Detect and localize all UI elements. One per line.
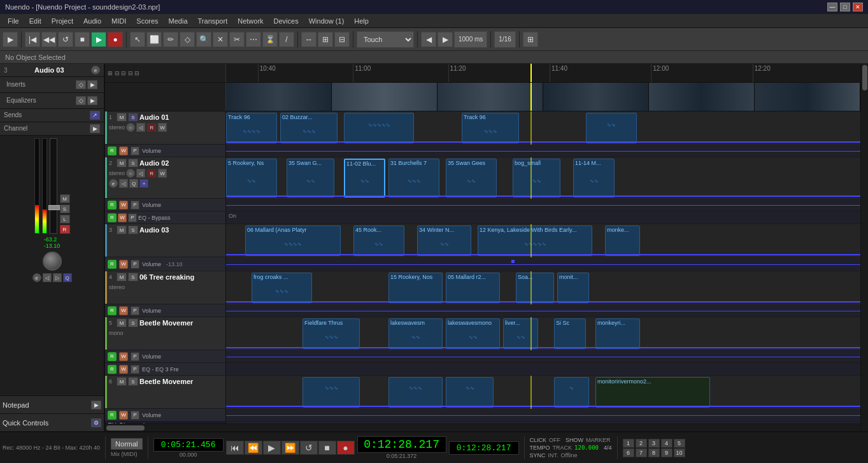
track-1-monitor-btn[interactable]: ○ <box>126 123 135 132</box>
t2-p-btn[interactable]: P <box>131 201 139 210</box>
maximize-button[interactable]: □ <box>840 3 850 11</box>
play-btn[interactable]: ▶ <box>263 441 281 455</box>
marker-9-btn[interactable]: 9 <box>661 448 672 457</box>
track-2-clip-1[interactable]: 5 Rookery, Ns ∿∿ <box>226 159 277 197</box>
track-2-solo[interactable]: S <box>128 159 138 167</box>
track-3-clip-3[interactable]: 34 Winter N... ∿∿ <box>417 225 471 256</box>
marker-8-btn[interactable]: 8 <box>648 448 660 457</box>
t2-r-btn[interactable]: R <box>108 201 117 210</box>
t5-w-btn[interactable]: W <box>119 352 128 361</box>
fader-thumb[interactable] <box>48 205 60 210</box>
marker-5-btn[interactable]: 5 <box>674 439 685 448</box>
play-icon[interactable]: ▶ <box>91 32 106 47</box>
track-3-clip-4[interactable]: 12 Kenya, Lakeside With Birds Early... ∿… <box>478 225 592 256</box>
track-1-clip-1[interactable]: Track 96 ∿∿∿∿ <box>226 113 277 143</box>
menu-audio[interactable]: Audio <box>78 16 106 26</box>
fast-backward-icon[interactable]: ◀◀ <box>41 32 57 47</box>
track-4-solo[interactable]: S <box>128 273 138 281</box>
mute-tool-icon[interactable]: ✕ <box>213 32 228 47</box>
track-2-rec[interactable]: R <box>146 169 157 178</box>
track-6-solo[interactable]: S <box>128 377 138 386</box>
record-icon[interactable]: ● <box>108 32 123 47</box>
nudge-right-icon[interactable]: ▶ <box>438 32 453 47</box>
marker-7-btn[interactable]: 7 <box>636 448 647 457</box>
menu-transport[interactable]: Transport <box>193 16 233 26</box>
track-4-clip-3[interactable]: 05 Mallard r2... <box>446 273 500 303</box>
track-5-clip-4[interactable]: liver... ∿∿ <box>503 318 538 349</box>
track-3-mute[interactable]: M <box>117 225 127 234</box>
eq-settings-icon[interactable]: ◇ <box>76 96 86 105</box>
erase-tool-icon[interactable]: ◇ <box>180 32 195 47</box>
track-3-clip-5[interactable]: monke... <box>605 225 640 256</box>
main-time-display[interactable]: 0:12:28.217 <box>357 436 446 453</box>
grid-icon[interactable]: ⊟ <box>334 32 350 47</box>
t4-w-btn[interactable]: W <box>119 306 128 315</box>
h-scroll-thumb[interactable] <box>106 425 145 431</box>
track-1-clip-3[interactable]: ∿∿∿∿∿ <box>344 113 414 143</box>
time-warp-icon[interactable]: ⌛ <box>262 32 278 47</box>
t5-eq-p-btn[interactable]: P <box>131 365 139 374</box>
menu-project[interactable]: Project <box>46 16 78 26</box>
close-button[interactable]: ✕ <box>853 3 863 11</box>
inserts-settings-icon[interactable]: ◇ <box>76 80 86 89</box>
rewind-btn[interactable]: ⏮ <box>226 441 244 455</box>
rewind-icon[interactable]: |◀ <box>25 32 40 47</box>
grid-value[interactable]: 1/16 <box>494 31 515 48</box>
track-1-mute[interactable]: M <box>117 113 127 122</box>
t6-p-btn[interactable]: P <box>131 411 139 420</box>
menu-edit[interactable]: Edit <box>24 16 46 26</box>
menu-file[interactable]: File <box>3 16 24 26</box>
t2-eq-p-btn[interactable]: P <box>128 213 137 222</box>
t5-p-btn[interactable]: P <box>131 352 139 361</box>
track-5-clip-2[interactable]: lakeswavesm ∿∿ <box>388 318 443 349</box>
minimize-button[interactable]: — <box>827 3 837 11</box>
stop-icon[interactable]: ■ <box>75 32 90 47</box>
track-2-clip-6[interactable]: bog_small ∿∿ <box>513 159 560 197</box>
glue-tool-icon[interactable]: ⋯ <box>246 32 261 47</box>
v-scroll-thumb[interactable] <box>862 65 867 90</box>
t3-w-btn[interactable]: W <box>119 260 128 269</box>
track-2-write[interactable]: W <box>158 169 167 178</box>
solo-button-left[interactable]: S <box>60 204 70 213</box>
t2-eq-r-btn[interactable]: R <box>108 213 117 222</box>
scrub-icon[interactable]: ↔ <box>301 32 317 47</box>
draw-tool-icon[interactable]: ✏ <box>163 32 178 47</box>
fast-fwd-btn[interactable]: ⏩ <box>281 441 299 455</box>
track-2-monitor[interactable]: ○ <box>126 169 135 178</box>
track-1-clip-4[interactable]: Track 96 ∿∿∿ <box>462 113 519 143</box>
track-5-clip-3[interactable]: lakeswavesmono ∿∿ <box>446 318 500 349</box>
mute-button-left[interactable]: M <box>60 194 70 203</box>
quantize-value[interactable]: 1000 ms <box>454 31 487 48</box>
marker-2-btn[interactable]: 2 <box>636 439 647 448</box>
track-1-clip-2[interactable]: 02 Buzzar... ∿∿∿ <box>280 113 338 143</box>
mode-dropdown[interactable]: Touch <box>357 31 414 48</box>
eq-toggle-icon[interactable]: ▶ <box>87 96 97 105</box>
menu-window[interactable]: Window (1) <box>304 16 350 26</box>
track-1-vol-p[interactable]: P <box>131 146 139 155</box>
pan-knob[interactable] <box>43 252 62 271</box>
track-1-input-btn[interactable]: ◁ <box>136 123 145 132</box>
track-1-vol-w[interactable]: W <box>119 146 128 155</box>
t5-r-btn[interactable]: R <box>108 352 117 361</box>
record-enable-button[interactable]: R <box>60 225 70 234</box>
inserts-toggle-icon[interactable]: ▶ <box>87 80 97 89</box>
t2-eq-w-btn[interactable]: W <box>118 213 127 222</box>
t3-r-btn[interactable]: R <box>108 260 117 269</box>
line-tool-icon[interactable]: / <box>279 32 294 47</box>
sends-icon[interactable]: ↗ <box>90 111 100 120</box>
fader-track[interactable] <box>50 138 57 234</box>
menu-media[interactable]: Media <box>164 16 193 26</box>
track-4-mute[interactable]: M <box>117 273 127 281</box>
track-2-mute[interactable]: M <box>117 159 127 167</box>
notepad-icon[interactable]: ▶ <box>91 401 101 410</box>
zoom-tool-icon[interactable]: 🔍 <box>196 32 211 47</box>
track-4-clip-4[interactable]: Soa... <box>516 273 554 303</box>
nudge-left-icon[interactable]: ◀ <box>421 32 436 47</box>
split-tool-icon[interactable]: ✂ <box>229 32 245 47</box>
track-3-solo[interactable]: S <box>128 225 138 234</box>
menu-scores[interactable]: Scores <box>131 16 163 26</box>
snap-icon[interactable]: ⊞ <box>318 32 333 47</box>
t6-w-btn[interactable]: W <box>119 411 128 420</box>
channel-btn1[interactable]: ◁ <box>43 273 52 282</box>
track-3-clip-1[interactable]: 06 Mallard (Anas Platyr ∿∿∿∿ <box>245 225 341 256</box>
